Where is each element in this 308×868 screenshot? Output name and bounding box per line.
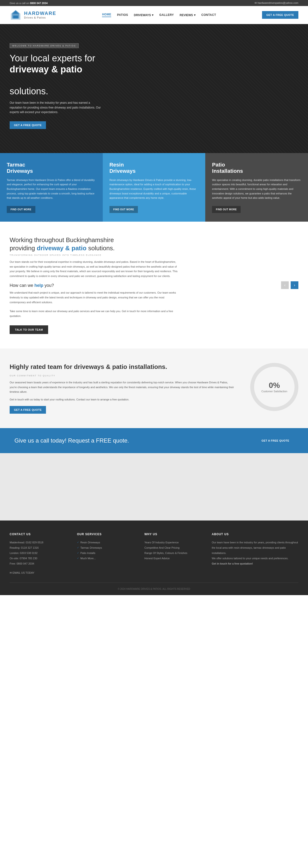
footer-service-2[interactable]: Tarmac Driveways [77,545,135,550]
service-card-patio: PatioInstallations We specialise in crea… [205,153,308,222]
service-cta-3[interactable]: FIND OUT MORE [212,206,241,213]
service-card-tarmac: TarmacDriveways Tarmac driveways from Ha… [0,153,103,222]
footer-service-3[interactable]: Patio Installs [77,550,135,556]
footer-reading[interactable]: Reading: 0118 327 1316 [10,545,67,550]
cta-banner: Give us a call today! Request a FREE quo… [0,428,308,453]
footer-free[interactable]: Free: 0800 047 2034 [10,561,67,566]
footer-why-1: Years Of Industry Experience [144,540,202,545]
logo-icon [10,9,22,21]
service-title-1: TarmacDriveways [7,162,96,175]
nav-contact[interactable]: CONTACT [202,13,216,17]
cta-text: Give us a call today! Request a FREE quo… [14,437,129,444]
rated-content: Highly rated team for driveways & patio … [10,363,236,414]
topbar-phone: Give us a call on 0800 047 2034 [10,2,48,5]
about-section: Working throughout Buckinghamshire provi… [0,222,188,348]
footer-service-4[interactable]: Much More... [77,556,135,561]
nav-driveways-dropdown[interactable]: DRIVEWAYS ▾ [134,13,154,17]
empty-section [0,453,308,521]
next-arrow[interactable]: › [291,281,298,289]
footer-contact-title: CONTACT US [10,532,67,536]
svg-rect-2 [13,16,18,19]
about-para1: Our team stands out for their exceptiona… [10,260,178,279]
prev-arrow[interactable]: ‹ [281,281,289,289]
footer-divider [10,583,298,583]
service-desc-3: We specialise in creating stunning, dura… [212,178,301,200]
service-title-3: PatioInstallations [212,162,301,175]
footer-why-2: Competitive And Clear Pricing [144,545,202,550]
about-para3: Take some time to learn more about our d… [10,309,178,319]
footer-maidenhead[interactable]: Maidenhead: 0162 829 0518 [10,540,67,545]
footer-about-link[interactable]: Get in touch for a free quotation! [212,561,298,566]
about-cta-button[interactable]: TALK TO OUR TEAM [10,326,48,334]
footer-contact: CONTACT US Maidenhead: 0162 829 0518 Rea… [10,532,67,576]
footer-london[interactable]: London: 0203 538 0192 [10,550,67,556]
footer-copyright: © 2024 HARDWARE DRIVES & PATIOS. ALL RIG… [10,588,298,590]
services-section: TarmacDriveways Tarmac driveways from Ha… [0,153,308,222]
nav-reviews-dropdown[interactable]: REVIEWS ▾ [180,13,196,17]
site-header: HARDWARE Drives & Patios HOME PATIOS DRI… [0,6,308,24]
footer-services: OUR SERVICES Resin Driveways Tarmac Driv… [77,532,135,576]
about-sub: TRANSFORMING OUTDOOR SPACES INTO TIMELES… [10,254,178,256]
carousel-arrows: ‹ › [281,281,298,289]
rated-para2: Get in touch with us today to start your… [10,397,236,402]
nav-home[interactable]: HOME [102,13,111,17]
footer-about-para2: We offer solutions tailored to your uniq… [212,556,298,566]
logo[interactable]: HARDWARE Drives & Patios [10,9,56,21]
hero-badge: WELCOME TO HARDWARE DRIVES & PATIOS [10,43,79,48]
footer-why-title: WHY US [144,532,202,536]
header-quote-button[interactable]: GET A FREE QUOTE [262,11,298,19]
hero-headline: Your local experts for driveway & patio … [10,53,298,97]
about-headline: Working throughout Buckinghamshire provi… [10,236,178,252]
service-title-2: ResinDriveways [110,162,199,175]
service-desc-2: Resin driveways by Hardware Drives & Pat… [110,178,199,200]
hero-quote-button[interactable]: GET A FREE QUOTE [10,121,46,129]
footer-why-3: Range Of Styles, Colours & Finishes [144,550,202,556]
rated-para1: Our seasoned team boasts years of experi… [10,380,236,395]
satisfaction-pct: 0% [269,381,280,390]
footer-service-1[interactable]: Resin Driveways [77,540,135,545]
nav-patios[interactable]: PATIOS [117,13,128,17]
rated-sub: OUR COMMITMENT TO QUALITY [10,374,236,377]
footer-about-para1: Our team have been in the industry for y… [212,540,298,556]
footer-why-4: Honest Expert Advice [144,556,202,561]
footer-email-link[interactable]: ✉ EMAIL US TODAY [10,570,67,576]
rated-section: Highly rated team for driveways & patio … [0,348,308,428]
service-desc-1: Tarmac driveways from Hardware Drives & … [7,178,96,200]
hero-description: Our team have been in the industry for y… [10,101,101,115]
footer-services-title: OUR SERVICES [77,532,135,536]
footer-about: ABOUT US Our team have been in the indus… [212,532,298,576]
footer-grid: CONTACT US Maidenhead: 0162 829 0518 Rea… [10,532,298,576]
service-cta-2[interactable]: FIND OUT MORE [110,206,138,213]
footer-why: WHY US Years Of Industry Experience Comp… [144,532,202,576]
site-footer: CONTACT US Maidenhead: 0162 829 0518 Rea… [0,521,308,595]
service-card-resin: ResinDriveways Resin driveways by Hardwa… [103,153,206,222]
rated-cta-button[interactable]: GET A FREE QUOTE [10,406,46,414]
about-para2: We understand that each project is uniqu… [10,290,178,305]
footer-about-title: ABOUT US [212,532,298,536]
top-bar: Give us a call on 0800 047 2034 ✉ hardwa… [0,0,308,6]
logo-text: HARDWARE Drives & Patios [24,10,56,19]
footer-why-list: Years Of Industry Experience Competitive… [144,540,202,561]
satisfaction-label: Customer Satisfaction [261,390,287,393]
main-nav: HOME PATIOS DRIVEWAYS ▾ GALLERY REVIEWS … [102,13,216,17]
hero-section: WELCOME TO HARDWARE DRIVES & PATIOS Your… [0,24,308,153]
cta-banner-button[interactable]: GET A FREE QUOTE [257,437,294,444]
nav-gallery[interactable]: GALLERY [159,13,174,17]
about-h3: How can we help you? [10,283,178,288]
email-icon: ✉ [10,571,12,574]
rated-headline: Highly rated team for driveways & patio … [10,363,236,371]
topbar-email: ✉ hardwaredrivespatios@yahoo.com [254,1,298,5]
footer-onsite[interactable]: On-site: 07904 785 230 [10,556,67,561]
satisfaction-chart: 0% Customer Satisfaction [250,363,298,411]
service-cta-1[interactable]: FIND OUT MORE [7,206,35,213]
about-wrapper: Working throughout Buckinghamshire provi… [0,222,308,348]
